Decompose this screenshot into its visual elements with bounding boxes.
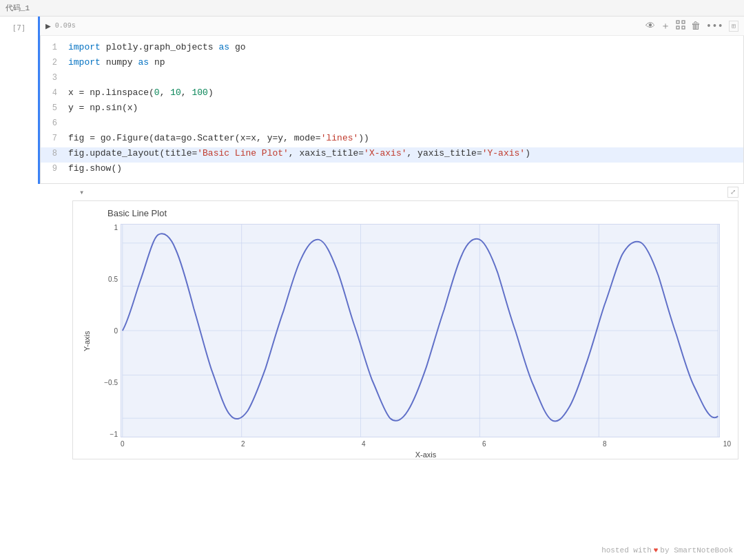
cell-type-badge: ⊞ [729, 21, 738, 32]
left-gutter: [7] [0, 17, 38, 554]
x-axis-ticks: 0 2 4 6 8 10 [121, 437, 731, 448]
cell-execution-count: [7] [12, 23, 26, 32]
footer-brand: by SmartNoteBook [660, 546, 733, 554]
code-line-2: 2 import numpy as np [41, 56, 743, 72]
code-line-5: 5 y = np.sin(x) [41, 102, 743, 117]
eye-icon[interactable]: 👁 [645, 21, 655, 32]
plot-body: Y-axis 1 0.5 0 −0.5 −1 [80, 224, 731, 459]
plotly-chart: Basic Line Plot Y-axis 1 0.5 0 −0.5 −1 [72, 200, 738, 459]
plot-title: Basic Line Plot [107, 208, 731, 218]
svg-rect-1 [682, 21, 685, 23]
svg-rect-3 [682, 26, 685, 29]
grid-icon[interactable] [676, 20, 685, 32]
sine-wave-path [123, 234, 718, 421]
execution-time: 0.09s [55, 22, 76, 30]
code-line-1: 1 import plotly.graph_objects as go [41, 41, 743, 56]
main-layout: [7] ▶ 0.09s 👁 [0, 17, 744, 554]
code-line-6: 6 [41, 117, 743, 132]
code-line-8: 8 fig.update_layout(title='Basic Line Pl… [41, 147, 743, 163]
footer-text: hosted with [601, 546, 652, 554]
chart-section: 1 0.5 0 −0.5 −1 [96, 224, 731, 459]
tab-title: 代码_1 [6, 3, 30, 13]
chevron-down-icon: ▾ [79, 187, 84, 198]
code-editor[interactable]: 1 import plotly.graph_objects as go 2 im… [40, 36, 744, 184]
code-line-7: 7 fig = go.Figure(data=go.Scatter(x=x, y… [41, 132, 743, 147]
plot-output: Basic Line Plot Y-axis 1 0.5 0 −0.5 −1 [38, 200, 744, 465]
svg-rect-2 [676, 26, 679, 29]
more-icon[interactable]: ••• [706, 21, 723, 32]
x-axis-label: X-axis [121, 450, 731, 459]
cell-content: ▶ 0.09s 👁 ＋ [40, 17, 744, 184]
footer: hosted with ♥ by SmartNoteBook [601, 546, 733, 554]
cell-toolbar: ▶ 0.09s 👁 ＋ [40, 17, 744, 36]
code-line-9: 9 fig.show() [41, 163, 743, 178]
toolbar-left: ▶ 0.09s [45, 21, 76, 32]
y-axis-label: Y-axis [80, 224, 94, 459]
heart-icon: ♥ [654, 546, 659, 554]
output-toggle[interactable]: ▾ ⤢ [38, 184, 744, 200]
run-button[interactable]: ▶ [45, 21, 51, 32]
chart-with-xaxis: 0 2 4 6 8 10 X-axis [121, 224, 731, 459]
toolbar-right: 👁 ＋ 🗑 [645, 20, 738, 32]
sine-wave-svg [121, 224, 720, 437]
code-line-4: 4 x = np.linspace(0, 10, 100) [41, 87, 743, 102]
code-line-3: 3 [41, 72, 743, 87]
trash-icon[interactable]: 🗑 [691, 21, 701, 32]
svg-rect-0 [676, 21, 679, 23]
plus-icon[interactable]: ＋ [661, 20, 670, 32]
y-axis-ticks: 1 0.5 0 −0.5 −1 [96, 224, 121, 438]
code-cell: ▶ 0.09s 👁 ＋ [38, 17, 744, 554]
top-bar: 代码_1 [0, 0, 744, 17]
expand-output-icon[interactable]: ⤢ [727, 187, 738, 198]
